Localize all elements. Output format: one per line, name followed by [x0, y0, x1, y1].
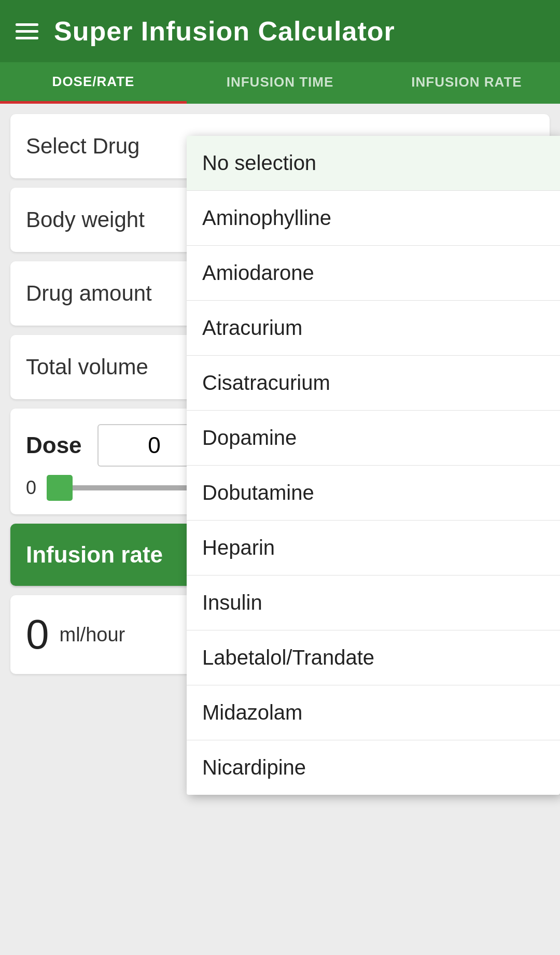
- dropdown-overlay: No selectionAminophyllineAmiodaroneAtrac…: [0, 104, 560, 955]
- dropdown-item-no-selection[interactable]: No selection: [187, 136, 560, 191]
- tab-bar: DOSE/RATE INFUSION TIME INFUSION RATE: [0, 62, 560, 104]
- main-content: Select Drug Body weight Drug amount Tota…: [0, 104, 560, 955]
- dropdown-item-midazolam[interactable]: Midazolam: [187, 685, 560, 740]
- dropdown-item-insulin[interactable]: Insulin: [187, 575, 560, 630]
- app-title: Super Infusion Calculator: [54, 16, 395, 47]
- drug-dropdown-menu: No selectionAminophyllineAmiodaroneAtrac…: [187, 136, 560, 795]
- dropdown-item-nicardipine[interactable]: Nicardipine: [187, 740, 560, 795]
- hamburger-menu-button[interactable]: [16, 23, 38, 39]
- tab-infusion-time[interactable]: INFUSION TIME: [187, 62, 373, 104]
- dropdown-item-dobutamine[interactable]: Dobutamine: [187, 466, 560, 521]
- dropdown-item-aminophylline[interactable]: Aminophylline: [187, 191, 560, 246]
- tab-dose-rate[interactable]: DOSE/RATE: [0, 62, 187, 104]
- app-header: Super Infusion Calculator: [0, 0, 560, 62]
- dropdown-item-dopamine[interactable]: Dopamine: [187, 411, 560, 466]
- dropdown-item-amiodarone[interactable]: Amiodarone: [187, 246, 560, 301]
- tab-infusion-rate[interactable]: INFUSION RATE: [373, 62, 560, 104]
- dropdown-item-atracurium[interactable]: Atracurium: [187, 301, 560, 356]
- dropdown-item-heparin[interactable]: Heparin: [187, 521, 560, 575]
- dropdown-item-cisatracurium[interactable]: Cisatracurium: [187, 356, 560, 411]
- dropdown-item-labetalol-trandate[interactable]: Labetalol/Trandate: [187, 630, 560, 685]
